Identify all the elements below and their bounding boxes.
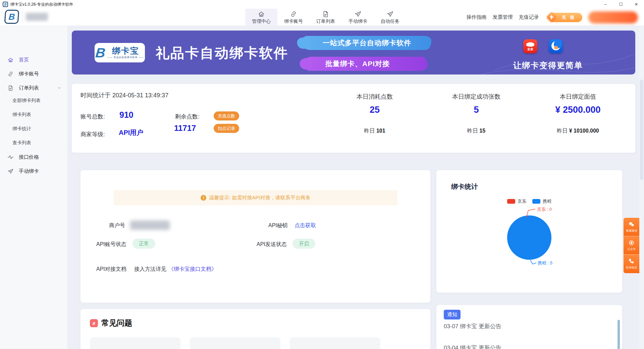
redacted-account-button[interactable] xyxy=(588,11,638,23)
link-icon xyxy=(290,10,297,18)
link-invoice-management[interactable]: 发票管理 xyxy=(492,14,513,20)
divider xyxy=(22,12,22,22)
account-status-label: API账号状态 xyxy=(96,241,126,248)
merchant-level-label: 商家等级: xyxy=(80,131,105,138)
document-icon xyxy=(7,85,14,91)
home-icon xyxy=(7,57,14,63)
link-operation-guide[interactable]: 操作指南 xyxy=(466,14,486,20)
api-doc-text: 接入方法详见 xyxy=(134,266,166,273)
faq-item[interactable] xyxy=(290,337,380,349)
pie-label-ctrip: 携程 : 5 xyxy=(538,260,552,266)
main-content: B 绑卡宝 —— 专业的自动绑卡软件 —— 礼品卡自动绑卡软件 一站式多平台自动… xyxy=(68,26,639,349)
tab-auto-task[interactable]: 自动任务 xyxy=(374,9,406,26)
redacted-merchant-name xyxy=(26,13,48,21)
deduction-log-button[interactable]: 扣点记录 xyxy=(214,124,239,133)
stat-col-bind-value: 本日绑定面值 ¥ 2500.000 昨日 ¥ 10100.000 xyxy=(528,84,628,153)
contact-phone-button[interactable]: 联系电话 xyxy=(624,255,639,273)
recharge-button[interactable]: 充 值 xyxy=(549,13,582,22)
banner-slogan: 让绑卡变得更简单 xyxy=(508,60,588,71)
warning-icon: ! xyxy=(201,195,206,201)
sidebar-item-manual-bind[interactable]: 手动绑卡 xyxy=(0,164,68,178)
pie-label-jd: 京东 : 0 xyxy=(537,206,552,212)
account-total-label: 账号总数: xyxy=(80,113,105,120)
banner-badge-2: 批量绑卡、API对接 xyxy=(305,57,427,71)
sidebar-item-bind-accounts[interactable]: 绑卡账号 xyxy=(0,67,68,81)
tab-bind-accounts[interactable]: 绑卡账号 xyxy=(277,9,310,26)
notice-item[interactable]: 03-04 绑卡宝 更新公告 xyxy=(444,344,501,349)
sidebar-item-home[interactable]: 首页 xyxy=(0,53,68,67)
main-nav: 管理中心 绑卡账号 订单列表 手动绑卡 xyxy=(245,9,406,26)
api-doc-link[interactable]: 《绑卡宝接口文档》 xyxy=(168,266,217,273)
logo-tagline: —— 专业的自动绑卡软件 —— xyxy=(107,56,144,59)
lightning-icon xyxy=(546,11,557,23)
home-icon xyxy=(258,10,265,18)
account-total-value: 910 xyxy=(119,110,133,120)
sidebar-item-bind-list[interactable]: 绑卡列表 xyxy=(0,108,68,121)
customer-service-wechat-button[interactable]: 客服微信 xyxy=(624,218,639,236)
minimize-button[interactable]: ─ xyxy=(598,0,613,9)
close-button[interactable]: ✕ xyxy=(629,0,644,9)
get-api-key-link[interactable]: 点击获取 xyxy=(294,222,316,229)
app-window: B 绑卡宝v1.0.26-专业的自动绑卡软件 ─ ☐ ✕ B 管理中心 xyxy=(0,0,644,349)
merchant-id-label: 商户号 xyxy=(109,222,125,229)
official-account-icon xyxy=(628,240,635,246)
link-icon xyxy=(7,71,14,77)
account-status-badge: 正常 xyxy=(132,239,155,249)
stats-timestamp: 时间统计于 2024-05-31 13:49:37 xyxy=(80,91,168,99)
notice-item[interactable]: 03-07 绑卡宝 更新公告 xyxy=(444,322,501,330)
titlebar: B 绑卡宝v1.0.26-专业的自动绑卡软件 ─ ☐ ✕ xyxy=(0,0,644,9)
stats-card: 时间统计于 2024-05-31 13:49:37 账号总数: 910 商家等级… xyxy=(72,84,635,153)
maximize-button[interactable]: ☐ xyxy=(613,0,629,9)
send-status-badge: 开启 xyxy=(292,239,315,249)
points-label: 剩余点数: xyxy=(175,113,200,120)
redacted-merchant-id xyxy=(130,220,170,230)
send-status-label: API发送状态 xyxy=(257,241,287,248)
tab-management-center[interactable]: 管理中心 xyxy=(245,9,277,26)
sidebar-item-order-list[interactable]: 订单列表 xyxy=(0,81,68,95)
tab-order-list[interactable]: 订单列表 xyxy=(310,9,342,26)
page-scrollbar-track[interactable] xyxy=(639,26,644,349)
window-title: 绑卡宝v1.0.26-专业的自动绑卡软件 xyxy=(10,2,73,7)
link-recharge-records[interactable]: 充值记录 xyxy=(519,14,539,20)
chevron-down-icon xyxy=(57,86,62,90)
official-account-button[interactable]: 公众号 xyxy=(624,236,639,255)
banner-badge-1: 一站式多平台自动绑卡软件 xyxy=(302,36,431,50)
stat-col-bind-success: 本日绑定成功张数 5 昨日 15 xyxy=(426,84,527,153)
notice-card: 通知 03-07 绑卡宝 更新公告 03-04 绑卡宝 更新公告 xyxy=(436,305,622,349)
logo-name: 绑卡宝 xyxy=(112,46,139,56)
wechat-icon xyxy=(628,221,635,228)
merchant-level-value: API用户 xyxy=(119,128,143,137)
send-icon xyxy=(354,10,362,18)
page-scrollbar-thumb[interactable] xyxy=(640,80,643,180)
recharge-points-button[interactable]: 充值点数 xyxy=(214,111,239,120)
ctrip-icon xyxy=(549,39,563,53)
header: B 管理中心 绑卡账号 订单列表 xyxy=(0,9,644,26)
notice-scrollbar[interactable] xyxy=(618,320,620,349)
send-icon xyxy=(7,168,14,174)
floating-contact-group: 客服微信 公众号 联系电话 xyxy=(624,218,639,273)
sidebar-item-all-bind-list[interactable]: 全部绑卡列表 xyxy=(0,94,68,107)
banner-logo: B 绑卡宝 —— 专业的自动绑卡软件 —— xyxy=(95,43,145,62)
bind-stats-chart-card: 绑卡统计 京东 携程 京东 : 0 携程 : 5 xyxy=(436,170,622,293)
document-icon xyxy=(322,10,329,18)
send-icon xyxy=(386,10,394,18)
phone-icon xyxy=(628,258,635,264)
tab-manual-bind[interactable]: 手动绑卡 xyxy=(342,9,374,26)
brand-logo: B xyxy=(4,10,19,24)
api-card: ! 温馨提示: 如需对接API对接，请联系平台商务 商户号 API秘钥 点击获取… xyxy=(80,170,430,303)
jd-icon: 京东 xyxy=(523,39,537,53)
sidebar: 首页 绑卡账号 订单列表 全部绑卡列表 绑卡列表 绑卡统计 查卡列表 接口价格 … xyxy=(0,26,68,349)
notice-badge: 通知 xyxy=(444,310,461,319)
sidebar-item-api-price[interactable]: 接口价格 xyxy=(0,150,68,164)
sidebar-item-bind-stats[interactable]: 绑卡统计 xyxy=(0,122,68,136)
sidebar-item-card-query-list[interactable]: 查卡列表 xyxy=(0,136,68,150)
faq-item[interactable] xyxy=(190,337,280,349)
pie-leader-lines xyxy=(436,170,622,293)
stat-col-points-used: 本日消耗点数 25 昨日 101 xyxy=(324,84,425,153)
banner-title: 礼品卡自动绑卡软件 xyxy=(156,44,288,62)
points-value: 11717 xyxy=(174,123,196,133)
hero-banner: B 绑卡宝 —— 专业的自动绑卡软件 —— 礼品卡自动绑卡软件 一站式多平台自动… xyxy=(72,31,635,74)
warning-banner: ! 温馨提示: 如需对接API对接，请联系平台商务 xyxy=(114,190,397,205)
app-icon: B xyxy=(3,2,8,7)
faq-item[interactable] xyxy=(90,337,180,349)
